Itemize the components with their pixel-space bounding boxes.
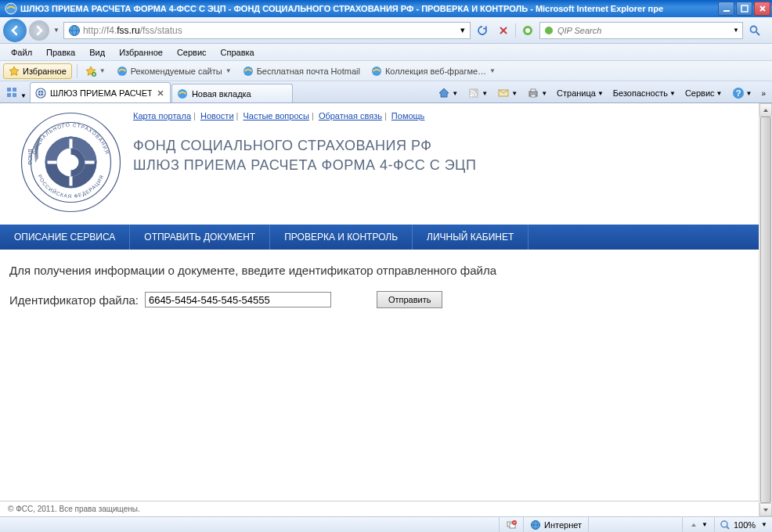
- nav-description[interactable]: ОПИСАНИЕ СЕРВИСА: [0, 225, 130, 250]
- status-popup[interactable]: [499, 517, 523, 532]
- ie-icon: [5, 2, 17, 15]
- search-button[interactable]: [745, 22, 764, 39]
- zoom-control[interactable]: 100% ▼: [714, 517, 772, 532]
- tab-favicon: [35, 88, 46, 99]
- help-button[interactable]: ?▼: [729, 85, 756, 101]
- menu-view[interactable]: Вид: [83, 46, 111, 59]
- hotmail-label: Бесплатная почта Hotmail: [257, 66, 360, 76]
- link-feedback[interactable]: Обратная связь: [319, 111, 382, 120]
- link-help[interactable]: Помощь: [391, 111, 425, 120]
- add-favorite-button[interactable]: ▼: [82, 64, 109, 78]
- ie-small-icon: [243, 66, 254, 77]
- maximize-button[interactable]: [736, 2, 752, 16]
- menu-favorites[interactable]: Избранное: [113, 46, 169, 59]
- menu-tools[interactable]: Сервис: [171, 46, 213, 59]
- scroll-down-button[interactable]: [759, 503, 772, 516]
- search-input[interactable]: [557, 26, 730, 35]
- search-dropdown-icon[interactable]: ▼: [733, 27, 739, 34]
- favorites-button[interactable]: Избранное: [3, 63, 72, 79]
- favorites-bar: Избранное ▼ Рекомендуемые сайты ▼ Беспла…: [0, 61, 772, 81]
- address-bar[interactable]: http://f4.fss.ru/fss/status ▾: [63, 22, 471, 39]
- nav-check[interactable]: ПРОВЕРКА И КОНТРОЛЬ: [270, 225, 413, 250]
- submit-button[interactable]: Отправить: [377, 291, 443, 308]
- favorites-label: Избранное: [23, 66, 67, 76]
- nav-dropdown-icon[interactable]: ▼: [53, 27, 60, 34]
- status-left: [0, 517, 499, 532]
- svg-rect-27: [531, 95, 536, 97]
- page-header: СОЦИАЛЬНОГО СТРАХОВАНИЯ РОССИЙСКАЯ ФЕДЕР…: [0, 103, 759, 225]
- svg-rect-36: [69, 177, 72, 186]
- refresh-button[interactable]: [473, 22, 492, 39]
- svg-line-49: [727, 527, 729, 529]
- home-button[interactable]: ▼: [435, 85, 461, 101]
- status-extra[interactable]: ▼: [682, 517, 714, 532]
- link-news[interactable]: Новости: [200, 111, 234, 120]
- file-id-label: Идентификатор файла:: [9, 293, 139, 307]
- url-text[interactable]: http://f4.fss.ru/fss/status: [83, 25, 457, 36]
- close-button[interactable]: [754, 2, 770, 16]
- tab-title: Новая вкладка: [192, 89, 287, 99]
- stop-button[interactable]: [494, 22, 513, 39]
- svg-rect-26: [531, 89, 536, 92]
- zoom-icon: [720, 519, 731, 530]
- zoom-value: 100%: [734, 520, 756, 530]
- svg-rect-16: [13, 88, 16, 92]
- search-box[interactable]: ▼: [539, 22, 743, 39]
- scroll-thumb[interactable]: [760, 117, 771, 503]
- link-sitemap[interactable]: Карта портала: [133, 111, 191, 120]
- svg-rect-37: [47, 161, 56, 164]
- feeds-button[interactable]: ▼: [464, 85, 491, 101]
- close-tab-button[interactable]: [156, 88, 165, 98]
- status-zone[interactable]: Интернет: [523, 517, 588, 532]
- svg-rect-15: [7, 88, 11, 92]
- svg-text:?: ?: [735, 88, 741, 98]
- globe-icon: [68, 24, 81, 37]
- menu-help[interactable]: Справка: [215, 46, 261, 59]
- ie-small-icon: [177, 88, 188, 99]
- separator: [77, 64, 78, 78]
- link-faq[interactable]: Частые вопросы: [243, 111, 309, 120]
- menu-file[interactable]: Файл: [5, 46, 38, 59]
- back-button[interactable]: [3, 19, 27, 42]
- hotmail-link[interactable]: Бесплатная почта Hotmail: [240, 64, 363, 78]
- print-button[interactable]: ▼: [524, 85, 550, 101]
- tab-list-dropdown[interactable]: ▼: [20, 92, 27, 99]
- page-footer: © ФСС, 2011. Все права защищены.: [0, 501, 759, 516]
- org-title-1: ФОНД СОЦИАЛЬНОГО СТРАХОВАНИЯ РФ: [133, 138, 751, 154]
- svg-rect-22: [469, 88, 478, 98]
- top-links: Карта портала| Новости| Частые вопросы| …: [133, 111, 751, 120]
- scroll-up-button[interactable]: [759, 103, 772, 117]
- ie-small-icon: [117, 66, 128, 77]
- recommended-sites-link[interactable]: Рекомендуемые сайты ▼: [114, 64, 235, 78]
- tools-expand[interactable]: »: [758, 88, 769, 99]
- vertical-scrollbar[interactable]: [759, 103, 772, 516]
- tab-new[interactable]: Новая вкладка: [171, 84, 293, 102]
- recommended-label: Рекомендуемые сайты: [131, 66, 222, 76]
- menu-edit[interactable]: Правка: [40, 46, 81, 59]
- tab-active[interactable]: ШЛЮЗ ПРИЕМА РАСЧЕТ...: [30, 82, 171, 102]
- protected-mode[interactable]: [588, 517, 682, 532]
- star-icon: [9, 66, 20, 77]
- svg-line-10: [756, 32, 759, 35]
- web-fragments-link[interactable]: Коллекция веб-фрагме… ▼: [368, 64, 499, 78]
- window-titlebar: ШЛЮЗ ПРИЕМА РАСЧЕТА ФОРМА 4-ФСС С ЭЦП - …: [0, 0, 772, 17]
- page-menu[interactable]: Страница▼: [554, 87, 607, 99]
- fragments-label: Коллекция веб-фрагме…: [385, 66, 486, 76]
- svg-rect-2: [741, 5, 748, 12]
- status-bar: Интернет ▼ 100% ▼: [0, 516, 772, 532]
- mail-button[interactable]: ▼: [494, 85, 521, 101]
- menu-bar: Файл Правка Вид Избранное Сервис Справка: [0, 44, 772, 61]
- service-menu[interactable]: Сервис▼: [682, 87, 726, 99]
- nav-account[interactable]: ЛИЧНЫЙ КАБИНЕТ: [413, 225, 528, 250]
- minimize-button[interactable]: [718, 2, 734, 16]
- add-star-icon: [85, 66, 96, 77]
- url-dropdown-icon[interactable]: ▾: [457, 25, 468, 35]
- forward-button[interactable]: [29, 20, 49, 41]
- quick-tabs-button[interactable]: [3, 84, 20, 101]
- svg-rect-1: [723, 10, 730, 12]
- safety-menu[interactable]: Безопасность▼: [610, 87, 679, 99]
- svg-rect-17: [7, 93, 11, 97]
- qip-icon[interactable]: [518, 22, 537, 39]
- nav-send[interactable]: ОТПРАВИТЬ ДОКУМЕНТ: [130, 225, 270, 250]
- file-id-input[interactable]: [145, 292, 331, 307]
